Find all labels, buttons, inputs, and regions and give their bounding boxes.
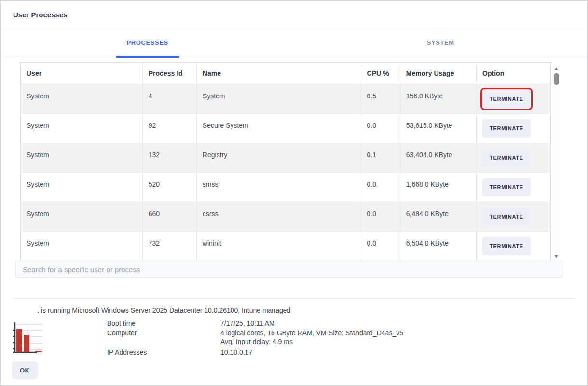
info-field-value: 7/17/25, 10:11 AM (220, 319, 275, 328)
scroll-up-icon[interactable]: ▲ (554, 65, 559, 71)
system-info-section: Boot time7/17/25, 10:11 AMComputer4 logi… (8, 319, 575, 358)
terminate-button[interactable]: TERMINATE (482, 207, 531, 226)
ok-button[interactable]: OK (12, 361, 38, 379)
cell-name: csrss (196, 202, 361, 232)
title-bar: User Processes (1, 1, 587, 28)
cell-user: System (21, 232, 143, 261)
cell-cpu: 0.5 (361, 84, 400, 114)
table-header-row: User Process Id Name CPU % Memory Usage … (21, 63, 551, 84)
cell-option: TERMINATE (477, 143, 551, 173)
column-header-option: Option (477, 63, 551, 84)
terminate-button[interactable]: TERMINATE (482, 178, 531, 196)
table-row: System 4 System 0.5 156.0 KByte TERMINAT… (21, 84, 551, 114)
cell-process-id: 92 (142, 114, 196, 143)
user-processes-dialog: User Processes PROCESSES SYSTEM User Pro… (0, 0, 588, 386)
info-field-label: IP Addresses (107, 348, 220, 357)
terminate-button[interactable]: TERMINATE (482, 237, 531, 255)
cell-process-id: 732 (142, 232, 196, 261)
column-header-user: User (21, 63, 143, 84)
column-header-memory: Memory Usage (400, 63, 476, 84)
cell-memory: 63,404.0 KByte (400, 143, 476, 173)
info-field: Computer4 logical cores, 16 GByte RAM, V… (107, 329, 403, 346)
table-row: System 660 csrss 0.0 6,484.0 KByte TERMI… (21, 202, 551, 232)
tab-bar: PROCESSES SYSTEM (1, 28, 587, 57)
cell-name: System (196, 84, 361, 114)
info-field-value: 4 logical cores, 16 GByte RAM, VM-Size: … (220, 329, 403, 346)
cell-user: System (21, 143, 143, 173)
cell-option: TERMINATE (477, 173, 551, 202)
table-row: System 732 wininit 0.0 6,504.0 KByte TER… (21, 232, 551, 261)
info-field: IP Addresses10.10.0.17 (107, 348, 403, 357)
cell-name: Secure System (196, 114, 361, 143)
tab-system[interactable]: SYSTEM (294, 28, 588, 57)
info-field: Boot time7/17/25, 10:11 AM (107, 319, 403, 328)
cell-name: Registry (196, 143, 361, 173)
page-title: User Processes (13, 11, 68, 19)
cell-memory: 156.0 KByte (400, 84, 476, 114)
cell-process-id: 4 (142, 84, 196, 114)
cell-memory: 1,668.0 KByte (400, 173, 476, 202)
cell-option: TERMINATE (477, 114, 551, 143)
table-row: System 132 Registry 0.1 63,404.0 KByte T… (21, 143, 551, 173)
process-table: User Process Id Name CPU % Memory Usage … (20, 62, 551, 261)
process-table-zone: User Process Id Name CPU % Memory Usage … (20, 62, 561, 261)
cell-cpu: 0.0 (361, 114, 400, 143)
scrollbar-thumb[interactable] (554, 73, 559, 85)
cell-user: System (21, 114, 143, 143)
cell-name: smss (196, 173, 361, 202)
cell-cpu: 0.0 (361, 232, 400, 261)
tab-system-label: SYSTEM (427, 39, 454, 46)
column-header-cpu: CPU % (361, 63, 400, 84)
tab-processes-label: PROCESSES (127, 39, 168, 46)
table-row: System 92 Secure System 0.0 53,616.0 KBy… (21, 114, 551, 143)
cell-user: System (21, 84, 143, 114)
system-info-grid: Boot time7/17/25, 10:11 AMComputer4 logi… (107, 319, 403, 358)
table-scrollbar[interactable]: ▲ ▼ (552, 65, 561, 260)
search-input[interactable] (15, 261, 563, 278)
footer-divider (13, 298, 575, 299)
cell-memory: 6,484.0 KByte (400, 202, 476, 232)
cell-user: System (21, 202, 143, 232)
scroll-down-icon[interactable]: ▼ (554, 253, 559, 260)
cell-user: System (21, 173, 143, 202)
cell-cpu: 0.0 (361, 173, 400, 202)
info-field-label: Boot time (107, 319, 220, 328)
terminate-button[interactable]: TERMINATE (482, 119, 531, 138)
process-table-body: System 4 System 0.5 156.0 KByte TERMINAT… (21, 84, 551, 261)
search-bar (15, 261, 563, 278)
column-header-pid: Process Id (142, 63, 196, 84)
cell-cpu: 0.1 (361, 143, 400, 173)
bar-chart-icon (8, 321, 44, 354)
info-field-value: 10.10.0.17 (220, 348, 252, 357)
cell-process-id: 132 (142, 143, 196, 173)
cell-memory: 6,504.0 KByte (400, 232, 476, 261)
cell-option: TERMINATE (477, 84, 551, 114)
cell-process-id: 520 (142, 173, 196, 202)
cell-cpu: 0.0 (361, 202, 400, 232)
cell-name: wininit (196, 232, 361, 261)
terminate-button[interactable]: TERMINATE (482, 149, 531, 167)
cell-memory: 53,616.0 KByte (400, 114, 476, 143)
cell-option: TERMINATE (477, 202, 551, 232)
info-field-label: Computer (107, 329, 220, 346)
tab-processes[interactable]: PROCESSES (1, 28, 294, 57)
column-header-name: Name (196, 63, 361, 84)
table-row: System 520 smss 0.0 1,668.0 KByte TERMIN… (21, 173, 551, 202)
cell-process-id: 660 (142, 202, 196, 232)
cell-option: TERMINATE (477, 232, 551, 261)
terminate-button[interactable]: TERMINATE (482, 90, 531, 108)
active-tab-indicator (116, 56, 179, 58)
os-info-line: . is running Microsoft Windows Server 20… (37, 306, 575, 314)
